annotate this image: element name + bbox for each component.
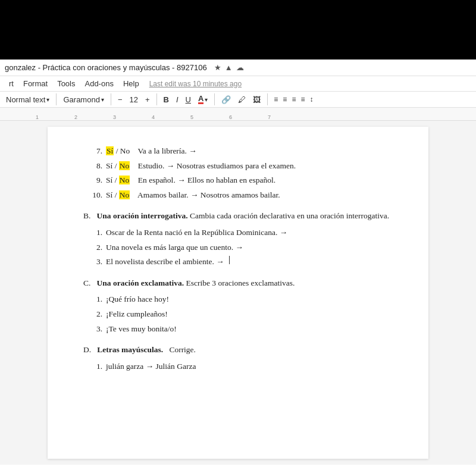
item-text: ¡Feliz cumpleaños! [106, 308, 168, 321]
star-icon[interactable]: ★ [214, 63, 221, 72]
toolbar: Normal text ▾ Garamond ▾ − 12 + B I U A … [0, 92, 476, 108]
slash-no: / No [116, 146, 130, 155]
align-right-icon[interactable]: ≡ [290, 94, 298, 105]
item-text: julián garza → Julián Garza [106, 360, 196, 373]
list-item: 1. julián garza → Julián Garza [89, 360, 393, 373]
item-text: El novelista describe el ambiente. → [106, 255, 224, 268]
separator-1 [56, 93, 57, 105]
font-size-field[interactable]: 12 [127, 94, 140, 105]
align-justify-icon[interactable]: ≡ [299, 94, 306, 105]
ruler-inner: 1 2 3 4 5 6 7 [36, 108, 476, 120]
section-c-title: Una oración exclamativa. [97, 278, 184, 287]
si-text: Sí / [106, 176, 119, 184]
comment-button[interactable]: 🖊 [236, 94, 248, 105]
item-text: En español. → Ellos no hablan en español… [138, 176, 275, 184]
menu-item-addons[interactable]: Add-ons [80, 77, 117, 90]
cloud-icon[interactable]: ☁ [236, 63, 244, 72]
doc-page[interactable]: 7. Sí / No Va a la librería. → 8. Sí / [48, 127, 428, 459]
font-label: Garamond [63, 95, 99, 104]
item-content: Sí / No En español. → Ellos no hablan en… [106, 174, 275, 187]
drive-icon[interactable]: ▲ [225, 63, 233, 72]
image-button[interactable]: 🖼 [250, 94, 263, 105]
item-num: 3. [89, 322, 102, 336]
align-center-icon[interactable]: ≡ [281, 94, 289, 105]
item-num: 1. [89, 360, 102, 373]
font-color-chevron-icon: ▾ [205, 96, 208, 103]
item-text: ¡Te ves muy bonita/o! [106, 322, 177, 336]
bold-button[interactable]: B [161, 94, 171, 105]
style-chevron-icon: ▾ [46, 96, 49, 103]
title-bar: gonzalez - Práctica con oraciones y mayú… [0, 60, 476, 76]
font-size-plus[interactable]: + [143, 94, 152, 105]
line-spacing-icon[interactable]: ↕ [308, 94, 315, 105]
section-b-list: 1. Oscar de la Renta nació en la Repúbli… [89, 226, 393, 268]
item-num: 1. [89, 293, 102, 306]
item-text: Amamos bailar. → Nosotros amamos bailar. [137, 190, 280, 199]
menu-item-help[interactable]: Help [119, 77, 143, 90]
item-num: 8. [89, 159, 102, 173]
style-dropdown[interactable]: Normal text ▾ [4, 94, 52, 105]
list-item: 10. Sí / No Amamos bailar. → Nosotros am… [89, 189, 393, 202]
text-cursor [229, 256, 230, 264]
screen-wrapper: gonzalez - Práctica con oraciones y mayú… [0, 0, 476, 476]
ruler-mark-5: 5 [190, 114, 193, 120]
si-text: Sí / [106, 190, 119, 199]
list-item: 1. ¡Qué frío hace hoy! [89, 293, 393, 306]
highlight-no: No [119, 176, 130, 184]
item-text: Oscar de la Renta nació en la República … [106, 226, 287, 239]
list-item: 3. ¡Te ves muy bonita/o! [89, 322, 393, 336]
doc-title: gonzalez - Práctica con oraciones y mayú… [5, 63, 207, 72]
item-num: 1. [89, 226, 102, 239]
section-b-desc: Cambia cada oración declarativa en una o… [190, 211, 389, 220]
si-text: Sí / [106, 161, 119, 170]
ruler-mark-4: 4 [152, 114, 155, 120]
font-color-a-icon: A [198, 95, 203, 104]
item-num: 2. [89, 241, 102, 254]
separator-2 [111, 93, 111, 105]
section-d-list: 1. julián garza → Julián Garza [89, 360, 393, 373]
separator-4 [214, 93, 215, 105]
font-dropdown[interactable]: Garamond ▾ [61, 94, 106, 105]
section-c-label: C. [83, 278, 95, 287]
menu-item-format[interactable]: Format [19, 77, 52, 90]
list-item: 1. Oscar de la Renta nació en la Repúbli… [89, 226, 393, 239]
separator-5 [267, 93, 268, 105]
item-num: 7. [89, 145, 102, 158]
ruler-mark-6: 6 [229, 114, 232, 120]
font-color-button[interactable]: A ▾ [196, 93, 210, 105]
black-top-bar [0, 0, 476, 60]
section-c-desc: Escribe 3 oraciones exclamativas. [186, 278, 295, 287]
section-d-label: D. [83, 345, 95, 354]
item-num: 10. [89, 189, 102, 202]
menu-item-tools[interactable]: Tools [53, 77, 79, 90]
highlight-no: No [119, 190, 130, 199]
section-b-title: Una oración interrogativa. [97, 211, 188, 220]
highlight-si: Sí [106, 146, 114, 155]
list-item: 3. El novelista describe el ambiente. → [89, 255, 393, 268]
item-content: Sí / No Va a la librería. → [106, 145, 197, 158]
align-left-icon[interactable]: ≡ [272, 94, 280, 105]
item-text: Va a la librería. → [138, 146, 197, 155]
item-num: 3. [89, 255, 102, 268]
list-item: 9. Sí / No En español. → Ellos no hablan… [89, 174, 393, 187]
section-b-label: B. [83, 211, 95, 220]
italic-button[interactable]: I [174, 94, 181, 105]
item-text: ¡Qué frío hace hoy! [106, 293, 169, 306]
doc-content: 7. Sí / No Va a la librería. → 8. Sí / [0, 121, 476, 465]
section-c-list: 1. ¡Qué frío hace hoy! 2. ¡Feliz cumplea… [89, 293, 393, 335]
font-chevron-icon: ▾ [101, 96, 104, 103]
ruler-mark-1: 1 [36, 114, 39, 120]
title-icons: ★ ▲ ☁ [214, 63, 244, 72]
item-num: 2. [89, 308, 102, 321]
highlight-no: No [119, 161, 130, 170]
section-d-header: D. Letras mayúsculas. Corrige. [83, 343, 393, 356]
menu-item-rt[interactable]: rt [5, 77, 18, 90]
link-button[interactable]: 🔗 [219, 94, 233, 105]
last-edit-label: Last edit was 10 minutes ago [149, 80, 242, 88]
font-size-minus[interactable]: − [115, 94, 125, 105]
section-d-title: Letras mayúsculas. [97, 345, 163, 354]
list-item: 2. Una novela es más larga que un cuento… [89, 241, 393, 254]
list-item: 2. ¡Feliz cumpleaños! [89, 308, 393, 321]
list-item: 7. Sí / No Va a la librería. → [89, 145, 393, 158]
underline-button[interactable]: U [183, 94, 193, 105]
